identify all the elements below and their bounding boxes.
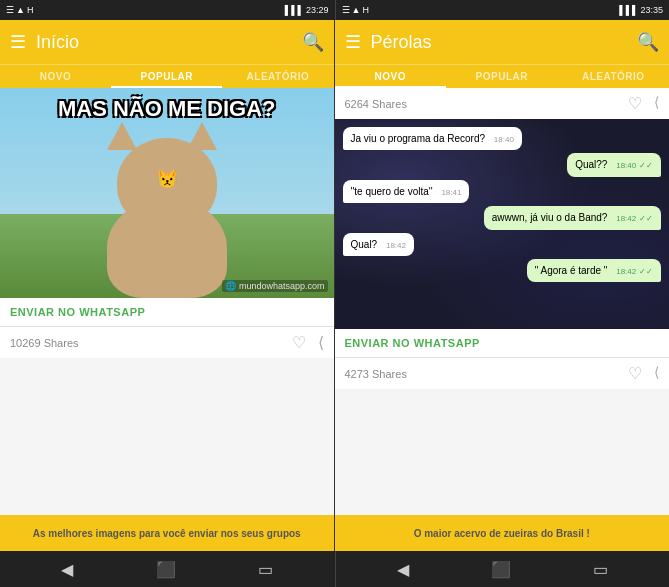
chat-bubble-sent-1: Qual?? 18:40 ✓✓ [567, 153, 661, 176]
left-title: Início [36, 32, 292, 53]
chat-bubble-received-4: Qual? 18:42 [343, 233, 415, 256]
right-tab-popular[interactable]: POPULAR [446, 65, 558, 88]
left-share-icon[interactable]: ⟨ [318, 333, 324, 352]
left-tab-aleatorio[interactable]: ALEATÓRIO [222, 65, 333, 88]
right-top-heart-icon[interactable]: ♡ [628, 94, 642, 113]
left-nav-bar: ◀ ⬛ ▭ [0, 551, 335, 587]
right-title: Pérolas [371, 32, 628, 53]
right-top-share-bar: 6264 Shares ♡ ⟨ [335, 88, 670, 119]
right-bottom-share-bar: 4273 Shares ♡ ⟨ [335, 358, 670, 389]
right-recent-btn[interactable]: ▭ [593, 560, 608, 579]
left-back-btn[interactable]: ◀ [61, 560, 73, 579]
left-menu-icon[interactable]: ☰ [10, 31, 26, 53]
right-top-share-count: 6264 Shares [345, 98, 407, 110]
right-app-bar: ☰ Pérolas 🔍 [335, 20, 670, 64]
chat-bubble-sent-3: awwwn, já viu o da Band? 18:42 ✓✓ [484, 206, 661, 229]
right-tab-novo[interactable]: NOVO [335, 65, 447, 88]
right-send-button[interactable]: ENVIAR NO WHATSAPP [335, 329, 670, 357]
chat-bubble-row-4: Qual? 18:42 [343, 233, 662, 256]
left-send-button[interactable]: ENVIAR NO WHATSAPP [0, 298, 334, 326]
left-bottom-share: 10269 Shares ♡ ⟨ [0, 327, 334, 358]
right-tabs: NOVO POPULAR ALEATÓRIO [335, 64, 670, 88]
chat-bubble-row-5: " Agora é tarde " 18:42 ✓✓ [343, 259, 662, 282]
right-top-share-icon[interactable]: ⟨ [654, 94, 659, 113]
left-share-count: 10269 Shares [10, 337, 79, 349]
chat-bubble-received-0: Ja viu o programa da Record? 18:40 [343, 127, 522, 150]
right-bottom-share-count: 4273 Shares [345, 368, 407, 380]
left-recent-btn[interactable]: ▭ [258, 560, 273, 579]
left-bottom-banner: As melhores imagens para você enviar nos… [0, 515, 334, 551]
status-right-time2: ▌▌▌ 23:35 [619, 5, 663, 15]
right-menu-icon[interactable]: ☰ [345, 31, 361, 53]
left-heart-icon[interactable]: ♡ [292, 333, 306, 352]
right-bottom-banner: O maior acervo de zueiras do Brasil ! [335, 515, 670, 551]
watermark: 🌐 mundowhatsapp.com [222, 280, 327, 292]
left-search-icon[interactable]: 🔍 [302, 31, 324, 53]
chat-bubble-row-3: awwwn, já viu o da Band? 18:42 ✓✓ [343, 206, 662, 229]
chat-bubble-row-2: ''te quero de volta'' 18:41 [343, 180, 662, 203]
left-tab-novo[interactable]: NOVO [0, 65, 111, 88]
right-nav-bar: ◀ ⬛ ▭ [335, 551, 670, 587]
chat-bubble-sent-5: " Agora é tarde " 18:42 ✓✓ [527, 259, 661, 282]
chat-screenshot: Ja viu o programa da Record? 18:40 Qual?… [335, 119, 670, 329]
status-right-icons: ☰▲H [342, 5, 369, 15]
left-home-btn[interactable]: ⬛ [156, 560, 176, 579]
chat-bubble-row-1: Qual?? 18:40 ✓✓ [343, 153, 662, 176]
chat-bubble-received-2: ''te quero de volta'' 18:41 [343, 180, 470, 203]
left-tab-popular[interactable]: POPULAR [111, 65, 222, 88]
right-bottom-share-icon[interactable]: ⟨ [654, 364, 659, 383]
right-search-icon[interactable]: 🔍 [637, 31, 659, 53]
chat-bubble-row-0: Ja viu o programa da Record? 18:40 [343, 127, 662, 150]
left-tabs: NOVO POPULAR ALEATÓRIO [0, 64, 334, 88]
meme-text: MAS NÃO ME DIGA? [0, 96, 334, 122]
meme-image: 😾 MAS NÃO ME DIGA? 🌐 mundowhatsapp.com [0, 88, 334, 298]
status-right-time: ▌▌▌ 23:29 [285, 5, 329, 15]
right-tab-aleatorio[interactable]: ALEATÓRIO [558, 65, 670, 88]
left-app-bar: ☰ Início 🔍 [0, 20, 334, 64]
status-left-icons: ☰▲H [6, 5, 33, 15]
right-bottom-heart-icon[interactable]: ♡ [628, 364, 642, 383]
right-home-btn[interactable]: ⬛ [491, 560, 511, 579]
right-back-btn[interactable]: ◀ [397, 560, 409, 579]
